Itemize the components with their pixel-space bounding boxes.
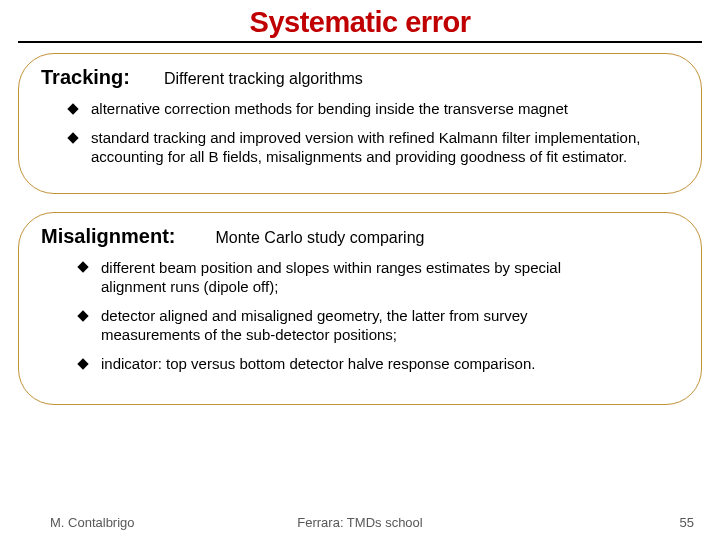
misalignment-label: Misalignment: <box>41 225 175 248</box>
list-item: indicator: top versus bottom detector ha… <box>79 354 679 373</box>
list-item: detector aligned and misaligned geometry… <box>79 306 679 344</box>
title-underline <box>18 41 702 43</box>
footer: M. Contalbrigo Ferrara: TMDs school 55 <box>0 515 720 530</box>
tracking-subtitle: Different tracking algorithms <box>164 70 363 88</box>
page-title: Systematic error <box>0 0 720 41</box>
tracking-bullets: alternative correction methods for bendi… <box>41 99 679 167</box>
list-item: alternative correction methods for bendi… <box>69 99 679 118</box>
misalignment-head: Misalignment: Monte Carlo study comparin… <box>41 225 679 248</box>
tracking-head: Tracking: Different tracking algorithms <box>41 66 679 89</box>
slide: Systematic error Tracking: Different tra… <box>0 0 720 540</box>
list-item: different beam position and slopes withi… <box>79 258 679 296</box>
tracking-box: Tracking: Different tracking algorithms … <box>18 53 702 194</box>
list-item: standard tracking and improved version w… <box>69 128 679 166</box>
misalignment-subtitle: Monte Carlo study comparing <box>215 229 424 247</box>
misalignment-box: Misalignment: Monte Carlo study comparin… <box>18 212 702 405</box>
misalignment-bullets: different beam position and slopes withi… <box>41 258 679 374</box>
footer-venue: Ferrara: TMDs school <box>0 515 720 530</box>
tracking-label: Tracking: <box>41 66 130 89</box>
